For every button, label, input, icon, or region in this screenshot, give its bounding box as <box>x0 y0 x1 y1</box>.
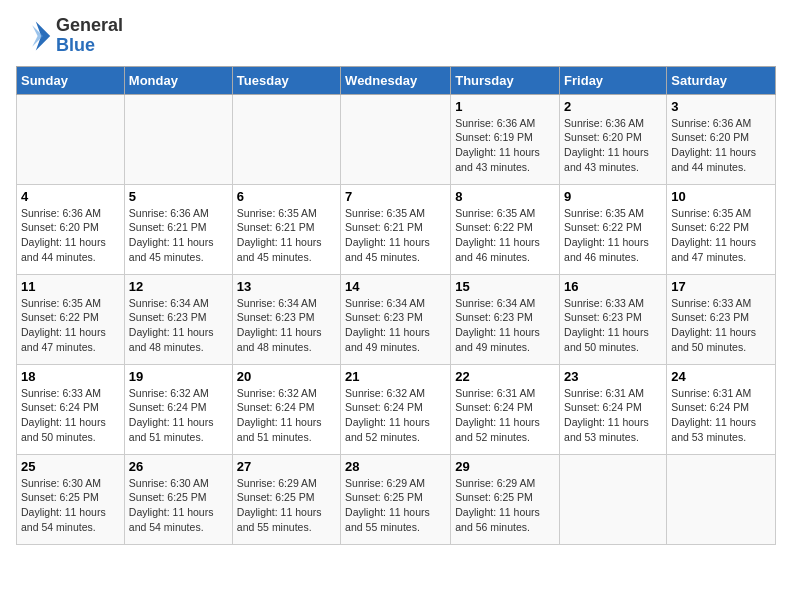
calendar-cell: 1Sunrise: 6:36 AM Sunset: 6:19 PM Daylig… <box>451 94 560 184</box>
cell-info-text: Sunrise: 6:29 AM Sunset: 6:25 PM Dayligh… <box>237 476 336 535</box>
cell-info-text: Sunrise: 6:33 AM Sunset: 6:24 PM Dayligh… <box>21 386 120 445</box>
calendar-cell: 7Sunrise: 6:35 AM Sunset: 6:21 PM Daylig… <box>341 184 451 274</box>
day-header-monday: Monday <box>124 66 232 94</box>
cell-info-text: Sunrise: 6:34 AM Sunset: 6:23 PM Dayligh… <box>455 296 555 355</box>
calendar-cell: 12Sunrise: 6:34 AM Sunset: 6:23 PM Dayli… <box>124 274 232 364</box>
day-header-tuesday: Tuesday <box>232 66 340 94</box>
cell-date-number: 18 <box>21 369 120 384</box>
calendar-cell: 9Sunrise: 6:35 AM Sunset: 6:22 PM Daylig… <box>560 184 667 274</box>
cell-info-text: Sunrise: 6:31 AM Sunset: 6:24 PM Dayligh… <box>671 386 771 445</box>
calendar-cell: 5Sunrise: 6:36 AM Sunset: 6:21 PM Daylig… <box>124 184 232 274</box>
logo: General Blue <box>16 16 123 56</box>
cell-date-number: 16 <box>564 279 662 294</box>
calendar-cell: 13Sunrise: 6:34 AM Sunset: 6:23 PM Dayli… <box>232 274 340 364</box>
cell-info-text: Sunrise: 6:32 AM Sunset: 6:24 PM Dayligh… <box>345 386 446 445</box>
calendar-cell: 19Sunrise: 6:32 AM Sunset: 6:24 PM Dayli… <box>124 364 232 454</box>
calendar-cell: 23Sunrise: 6:31 AM Sunset: 6:24 PM Dayli… <box>560 364 667 454</box>
cell-info-text: Sunrise: 6:36 AM Sunset: 6:20 PM Dayligh… <box>21 206 120 265</box>
cell-info-text: Sunrise: 6:34 AM Sunset: 6:23 PM Dayligh… <box>345 296 446 355</box>
calendar-cell: 17Sunrise: 6:33 AM Sunset: 6:23 PM Dayli… <box>667 274 776 364</box>
cell-info-text: Sunrise: 6:34 AM Sunset: 6:23 PM Dayligh… <box>237 296 336 355</box>
cell-info-text: Sunrise: 6:34 AM Sunset: 6:23 PM Dayligh… <box>129 296 228 355</box>
cell-date-number: 4 <box>21 189 120 204</box>
calendar-cell: 8Sunrise: 6:35 AM Sunset: 6:22 PM Daylig… <box>451 184 560 274</box>
calendar-cell <box>667 454 776 544</box>
day-header-wednesday: Wednesday <box>341 66 451 94</box>
day-header-sunday: Sunday <box>17 66 125 94</box>
cell-info-text: Sunrise: 6:30 AM Sunset: 6:25 PM Dayligh… <box>129 476 228 535</box>
calendar-cell <box>124 94 232 184</box>
cell-date-number: 20 <box>237 369 336 384</box>
cell-date-number: 14 <box>345 279 446 294</box>
page-header: General Blue <box>16 16 776 56</box>
calendar-cell: 27Sunrise: 6:29 AM Sunset: 6:25 PM Dayli… <box>232 454 340 544</box>
cell-info-text: Sunrise: 6:35 AM Sunset: 6:21 PM Dayligh… <box>345 206 446 265</box>
cell-date-number: 22 <box>455 369 555 384</box>
cell-info-text: Sunrise: 6:36 AM Sunset: 6:21 PM Dayligh… <box>129 206 228 265</box>
cell-date-number: 10 <box>671 189 771 204</box>
cell-info-text: Sunrise: 6:29 AM Sunset: 6:25 PM Dayligh… <box>455 476 555 535</box>
logo-text-line2: Blue <box>56 36 123 56</box>
cell-info-text: Sunrise: 6:35 AM Sunset: 6:22 PM Dayligh… <box>455 206 555 265</box>
cell-date-number: 27 <box>237 459 336 474</box>
calendar-header-row: SundayMondayTuesdayWednesdayThursdayFrid… <box>17 66 776 94</box>
cell-date-number: 23 <box>564 369 662 384</box>
day-header-saturday: Saturday <box>667 66 776 94</box>
calendar-cell: 29Sunrise: 6:29 AM Sunset: 6:25 PM Dayli… <box>451 454 560 544</box>
cell-info-text: Sunrise: 6:32 AM Sunset: 6:24 PM Dayligh… <box>237 386 336 445</box>
calendar-cell: 22Sunrise: 6:31 AM Sunset: 6:24 PM Dayli… <box>451 364 560 454</box>
cell-info-text: Sunrise: 6:32 AM Sunset: 6:24 PM Dayligh… <box>129 386 228 445</box>
week-row-1: 1Sunrise: 6:36 AM Sunset: 6:19 PM Daylig… <box>17 94 776 184</box>
calendar-cell: 20Sunrise: 6:32 AM Sunset: 6:24 PM Dayli… <box>232 364 340 454</box>
calendar-cell: 6Sunrise: 6:35 AM Sunset: 6:21 PM Daylig… <box>232 184 340 274</box>
calendar-table: SundayMondayTuesdayWednesdayThursdayFrid… <box>16 66 776 545</box>
calendar-cell <box>560 454 667 544</box>
cell-info-text: Sunrise: 6:33 AM Sunset: 6:23 PM Dayligh… <box>564 296 662 355</box>
cell-date-number: 17 <box>671 279 771 294</box>
cell-date-number: 2 <box>564 99 662 114</box>
cell-date-number: 13 <box>237 279 336 294</box>
calendar-cell: 4Sunrise: 6:36 AM Sunset: 6:20 PM Daylig… <box>17 184 125 274</box>
cell-date-number: 1 <box>455 99 555 114</box>
cell-info-text: Sunrise: 6:36 AM Sunset: 6:19 PM Dayligh… <box>455 116 555 175</box>
calendar-cell <box>17 94 125 184</box>
cell-info-text: Sunrise: 6:30 AM Sunset: 6:25 PM Dayligh… <box>21 476 120 535</box>
calendar-cell: 2Sunrise: 6:36 AM Sunset: 6:20 PM Daylig… <box>560 94 667 184</box>
calendar-cell <box>232 94 340 184</box>
cell-info-text: Sunrise: 6:35 AM Sunset: 6:21 PM Dayligh… <box>237 206 336 265</box>
cell-info-text: Sunrise: 6:31 AM Sunset: 6:24 PM Dayligh… <box>455 386 555 445</box>
day-header-friday: Friday <box>560 66 667 94</box>
week-row-2: 4Sunrise: 6:36 AM Sunset: 6:20 PM Daylig… <box>17 184 776 274</box>
cell-info-text: Sunrise: 6:36 AM Sunset: 6:20 PM Dayligh… <box>671 116 771 175</box>
week-row-4: 18Sunrise: 6:33 AM Sunset: 6:24 PM Dayli… <box>17 364 776 454</box>
calendar-cell: 16Sunrise: 6:33 AM Sunset: 6:23 PM Dayli… <box>560 274 667 364</box>
cell-info-text: Sunrise: 6:36 AM Sunset: 6:20 PM Dayligh… <box>564 116 662 175</box>
calendar-cell: 25Sunrise: 6:30 AM Sunset: 6:25 PM Dayli… <box>17 454 125 544</box>
cell-date-number: 24 <box>671 369 771 384</box>
cell-date-number: 26 <box>129 459 228 474</box>
cell-date-number: 25 <box>21 459 120 474</box>
calendar-cell: 11Sunrise: 6:35 AM Sunset: 6:22 PM Dayli… <box>17 274 125 364</box>
cell-date-number: 3 <box>671 99 771 114</box>
cell-date-number: 7 <box>345 189 446 204</box>
cell-date-number: 6 <box>237 189 336 204</box>
calendar-cell: 24Sunrise: 6:31 AM Sunset: 6:24 PM Dayli… <box>667 364 776 454</box>
calendar-cell: 28Sunrise: 6:29 AM Sunset: 6:25 PM Dayli… <box>341 454 451 544</box>
week-row-5: 25Sunrise: 6:30 AM Sunset: 6:25 PM Dayli… <box>17 454 776 544</box>
logo-icon <box>16 18 52 54</box>
calendar-cell: 14Sunrise: 6:34 AM Sunset: 6:23 PM Dayli… <box>341 274 451 364</box>
cell-info-text: Sunrise: 6:35 AM Sunset: 6:22 PM Dayligh… <box>564 206 662 265</box>
calendar-cell: 10Sunrise: 6:35 AM Sunset: 6:22 PM Dayli… <box>667 184 776 274</box>
cell-date-number: 5 <box>129 189 228 204</box>
cell-date-number: 19 <box>129 369 228 384</box>
day-header-thursday: Thursday <box>451 66 560 94</box>
cell-date-number: 12 <box>129 279 228 294</box>
cell-date-number: 8 <box>455 189 555 204</box>
logo-text-line1: General <box>56 16 123 36</box>
cell-date-number: 11 <box>21 279 120 294</box>
calendar-cell: 21Sunrise: 6:32 AM Sunset: 6:24 PM Dayli… <box>341 364 451 454</box>
cell-info-text: Sunrise: 6:33 AM Sunset: 6:23 PM Dayligh… <box>671 296 771 355</box>
cell-info-text: Sunrise: 6:31 AM Sunset: 6:24 PM Dayligh… <box>564 386 662 445</box>
cell-info-text: Sunrise: 6:35 AM Sunset: 6:22 PM Dayligh… <box>21 296 120 355</box>
cell-info-text: Sunrise: 6:29 AM Sunset: 6:25 PM Dayligh… <box>345 476 446 535</box>
